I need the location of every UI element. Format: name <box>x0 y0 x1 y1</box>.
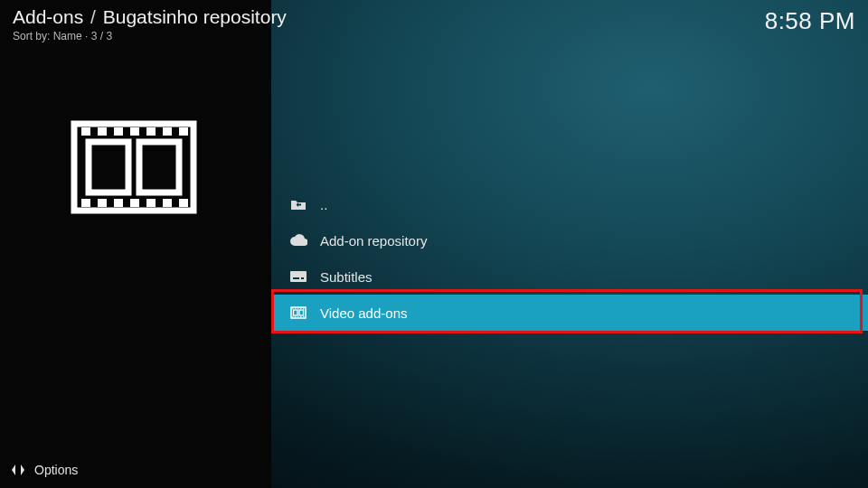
svg-rect-22 <box>299 310 304 315</box>
list-item[interactable]: Subtitles <box>271 258 868 295</box>
breadcrumb: Add-ons / Bugatsinho repository Sort by:… <box>13 5 287 43</box>
svg-rect-7 <box>146 127 156 136</box>
breadcrumb-current: Bugatsinho repository <box>103 6 287 27</box>
subtitles-icon <box>289 267 307 286</box>
video-category-icon <box>71 120 197 214</box>
svg-rect-19 <box>301 277 304 279</box>
svg-rect-5 <box>114 127 123 136</box>
svg-rect-2 <box>139 142 179 192</box>
svg-rect-25 <box>297 308 299 309</box>
options-icon <box>11 463 25 477</box>
svg-rect-14 <box>146 199 156 207</box>
options-label: Options <box>34 463 78 477</box>
svg-rect-13 <box>130 199 139 207</box>
sort-separator: · <box>85 30 91 42</box>
svg-rect-29 <box>295 316 297 317</box>
svg-rect-18 <box>293 277 299 279</box>
list-item-parent[interactable]: .. <box>271 186 868 222</box>
film-icon <box>289 304 307 322</box>
svg-rect-30 <box>297 316 299 317</box>
side-panel <box>0 0 271 488</box>
list-item-label: .. <box>320 197 327 212</box>
svg-rect-3 <box>81 127 90 136</box>
addon-list: .. Add-on repository Subtitles Video add… <box>271 186 868 331</box>
breadcrumb-separator: / <box>90 6 96 27</box>
svg-rect-32 <box>303 316 305 317</box>
folder-up-icon <box>289 195 307 213</box>
svg-rect-9 <box>179 127 188 136</box>
svg-rect-8 <box>163 127 172 136</box>
svg-rect-15 <box>163 199 172 207</box>
svg-rect-11 <box>98 199 107 207</box>
header: Add-ons / Bugatsinho repository Sort by:… <box>13 5 855 43</box>
svg-rect-23 <box>292 308 294 309</box>
svg-rect-1 <box>89 142 128 192</box>
list-item-label: Subtitles <box>320 269 373 285</box>
svg-rect-0 <box>74 124 193 211</box>
svg-rect-6 <box>130 127 139 136</box>
list-item-label: Video add-ons <box>320 305 407 321</box>
sort-label[interactable]: Sort by: Name <box>13 30 82 42</box>
svg-rect-21 <box>294 310 298 315</box>
svg-rect-4 <box>98 127 107 136</box>
svg-rect-16 <box>179 199 188 207</box>
svg-rect-24 <box>295 308 297 309</box>
svg-rect-26 <box>300 308 302 309</box>
svg-rect-28 <box>292 316 294 317</box>
svg-rect-27 <box>303 308 305 309</box>
svg-rect-12 <box>114 199 123 207</box>
item-count: 3 / 3 <box>91 30 112 42</box>
list-item-selected[interactable]: Video add-ons <box>271 295 868 331</box>
svg-rect-17 <box>290 271 307 282</box>
svg-rect-10 <box>81 199 90 207</box>
clock: 8:58 PM <box>765 7 855 35</box>
list-item-label: Add-on repository <box>320 233 427 249</box>
options-button[interactable]: Options <box>11 463 78 477</box>
breadcrumb-root[interactable]: Add-ons <box>13 6 83 27</box>
list-item[interactable]: Add-on repository <box>271 222 868 258</box>
svg-rect-31 <box>300 316 302 317</box>
cloud-icon <box>289 231 307 249</box>
